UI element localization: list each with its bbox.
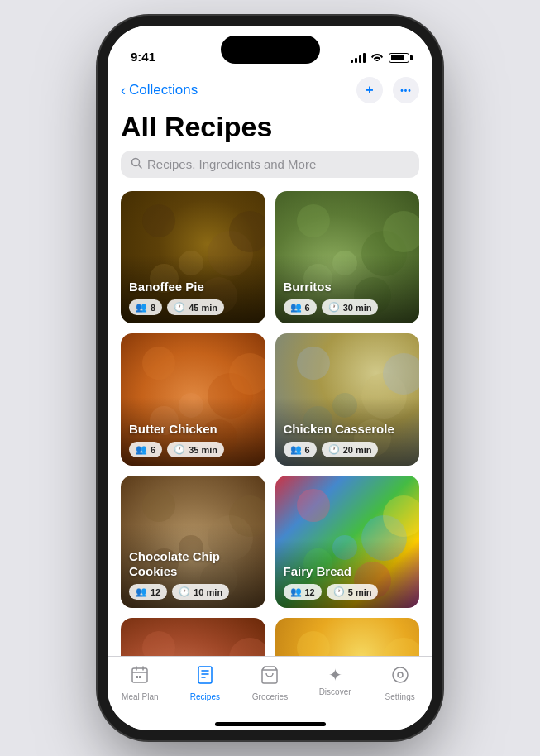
tab-meal-plan-label: Meal Plan <box>122 692 158 701</box>
recipe-card-chocolate-chip-cookies[interactable]: Chocolate Chip Cookies👥12🕐10 min <box>121 476 265 608</box>
more-options-button[interactable]: ••• <box>393 77 419 103</box>
home-bar <box>215 722 326 726</box>
tab-meal-plan[interactable]: Meal Plan <box>115 665 165 701</box>
tab-discover-label: Discover <box>319 687 351 696</box>
recipe-card-real-fruit-ice-cream[interactable]: Real Fruit Ice Cream👥4🕐15 min <box>275 618 420 656</box>
signal-bar-1 <box>351 60 353 63</box>
servings-value: 12 <box>151 587 160 597</box>
tab-bar: Meal Plan Recipes Groceries <box>108 656 432 724</box>
servings-value: 6 <box>305 303 310 313</box>
add-recipe-button[interactable]: + <box>356 77 383 103</box>
phone-frame: 9:41 ‹ Collections + <box>108 26 432 730</box>
tab-settings-label: Settings <box>385 692 415 701</box>
time-value: 5 min <box>348 587 372 597</box>
nav-actions: + ••• <box>356 77 419 103</box>
recipe-time-butter-chicken: 🕐35 min <box>167 442 224 457</box>
recipes-grid: Banoffee Pie👥8🕐45 minBurritos👥6🕐30 minBu… <box>108 188 432 656</box>
clock-icon: 🕐 <box>333 586 345 597</box>
meal-plan-icon <box>130 665 150 690</box>
recipe-servings-fairy-bread: 👥12 <box>284 584 322 600</box>
svg-point-14 <box>398 672 403 677</box>
signal-bar-3 <box>359 55 361 63</box>
servings-icon: 👥 <box>290 302 302 313</box>
back-chevron-icon: ‹ <box>121 82 126 99</box>
status-icons <box>351 51 409 64</box>
servings-icon: 👥 <box>290 444 302 455</box>
recipe-card-burritos[interactable]: Burritos👥6🕐30 min <box>275 191 420 323</box>
recipe-servings-chicken-casserole: 👥6 <box>284 442 317 457</box>
time-value: 30 min <box>343 303 372 313</box>
clock-icon: 🕐 <box>328 444 340 455</box>
recipe-name-chocolate-chip-cookies: Chocolate Chip Cookies <box>129 549 257 579</box>
svg-rect-2 <box>132 668 147 682</box>
recipe-time-chocolate-chip-cookies: 🕐10 min <box>172 584 229 600</box>
servings-value: 8 <box>151 303 155 313</box>
recipe-card-butter-chicken[interactable]: Butter Chicken👥6🕐35 min <box>121 333 265 466</box>
time-value: 20 min <box>343 445 372 455</box>
svg-rect-7 <box>139 676 141 678</box>
add-icon: + <box>366 83 373 98</box>
recipe-time-banoffee-pie: 🕐45 min <box>167 299 224 315</box>
servings-value: 6 <box>151 445 155 455</box>
time-value: 35 min <box>189 445 217 455</box>
clock-icon: 🕐 <box>174 302 185 313</box>
recipe-card-fairy-bread[interactable]: Fairy Bread👥12🕐5 min <box>275 476 420 608</box>
recipe-name-banoffee-pie: Banoffee Pie <box>129 280 257 294</box>
clock-icon: 🕐 <box>328 302 340 313</box>
search-icon <box>131 157 142 171</box>
recipe-time-chicken-casserole: 🕐20 min <box>322 442 379 457</box>
signal-bars <box>351 53 366 63</box>
tab-groceries[interactable]: Groceries <box>245 665 294 701</box>
tab-groceries-label: Groceries <box>252 692 288 701</box>
recipe-card-lasagne[interactable]: Lasagne👥6🕐45 min <box>121 618 265 656</box>
recipe-servings-banoffee-pie: 👥8 <box>129 299 162 315</box>
recipe-name-chicken-casserole: Chicken Casserole <box>284 422 412 437</box>
dynamic-island <box>221 36 320 64</box>
tab-discover[interactable]: ✦ Discover <box>310 665 360 696</box>
search-bar[interactable]: Recipes, Ingredients and More <box>121 151 419 178</box>
wifi-icon <box>370 51 384 64</box>
nav-bar: ‹ Collections + ••• <box>108 70 432 108</box>
battery-icon <box>389 53 409 63</box>
page-header: All Recipes <box>108 108 432 151</box>
recipe-name-butter-chicken: Butter Chicken <box>129 422 257 437</box>
recipes-icon <box>195 665 215 690</box>
recipe-servings-butter-chicken: 👥6 <box>129 442 162 457</box>
recipe-time-fairy-bread: 🕐5 min <box>327 584 379 600</box>
servings-icon: 👥 <box>136 586 147 597</box>
servings-icon: 👥 <box>136 302 147 313</box>
back-label: Collections <box>129 82 198 98</box>
time-value: 45 min <box>189 303 217 313</box>
search-placeholder: Recipes, Ingredients and More <box>147 157 316 171</box>
discover-icon: ✦ <box>328 665 342 685</box>
signal-bar-4 <box>363 53 366 63</box>
recipe-servings-burritos: 👥6 <box>284 299 317 315</box>
servings-value: 6 <box>305 445 310 455</box>
svg-line-1 <box>139 165 142 169</box>
recipe-servings-chocolate-chip-cookies: 👥12 <box>129 584 167 600</box>
tab-recipes-label: Recipes <box>190 692 220 701</box>
servings-icon: 👥 <box>136 444 147 455</box>
recipe-card-chicken-casserole[interactable]: Chicken Casserole👥6🕐20 min <box>275 333 420 466</box>
recipe-name-fairy-bread: Fairy Bread <box>284 564 412 579</box>
settings-icon <box>390 665 410 690</box>
servings-icon: 👥 <box>290 586 302 597</box>
back-button[interactable]: ‹ Collections <box>121 82 198 99</box>
page-title: All Recipes <box>121 112 419 142</box>
groceries-icon <box>260 665 280 690</box>
signal-bar-2 <box>355 58 357 63</box>
recipe-time-burritos: 🕐30 min <box>322 299 379 315</box>
recipe-card-banoffee-pie[interactable]: Banoffee Pie👥8🕐45 min <box>121 191 265 323</box>
tab-recipes[interactable]: Recipes <box>180 665 230 701</box>
svg-rect-8 <box>198 667 212 683</box>
clock-icon: 🕐 <box>179 586 190 597</box>
svg-rect-6 <box>136 676 138 678</box>
recipe-name-burritos: Burritos <box>284 280 412 294</box>
more-icon: ••• <box>400 86 412 95</box>
home-indicator <box>108 724 432 730</box>
svg-point-13 <box>393 667 408 682</box>
time-value: 10 min <box>194 587 222 597</box>
tab-settings[interactable]: Settings <box>375 665 425 701</box>
status-time: 9:41 <box>131 50 155 64</box>
servings-value: 12 <box>305 587 315 597</box>
